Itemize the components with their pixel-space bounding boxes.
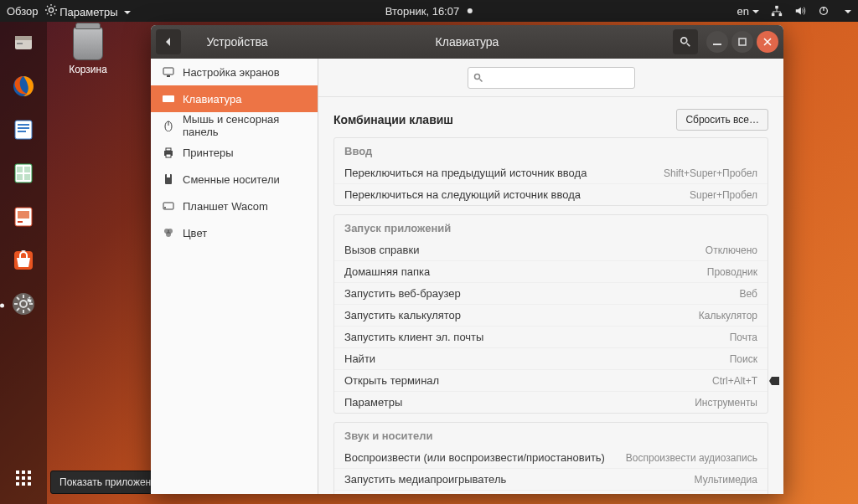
sidebar-item-label: Мышь и сенсорная панель	[183, 113, 306, 138]
svg-rect-15	[24, 167, 30, 172]
activities-button[interactable]: Обзор	[7, 5, 39, 18]
shortcut-search-input[interactable]	[488, 72, 629, 84]
shortcut-label: Открыть терминал	[344, 374, 439, 387]
shortcut-row[interactable]: Вызов справкиОтключено	[334, 239, 768, 260]
reset-all-button[interactable]: Сбросить все…	[676, 109, 768, 131]
maximize-button[interactable]	[731, 31, 753, 53]
shortcut-label: Вызов справки	[344, 244, 419, 256]
calc-launcher[interactable]	[6, 157, 41, 193]
svg-rect-9	[15, 121, 32, 139]
shortcut-row[interactable]: НайтиПоиск	[334, 347, 768, 369]
shortcut-row[interactable]: Воспроизвести (или воспроизвести/приоста…	[334, 447, 768, 468]
power-icon[interactable]	[818, 5, 830, 17]
printer-icon	[163, 147, 174, 158]
shortcut-value: Поиск	[730, 353, 757, 365]
sidebar-item-display[interactable]: Настройка экранов	[151, 59, 318, 85]
shortcut-row[interactable]: Домашняя папкаПроводник	[334, 260, 768, 282]
volume-icon[interactable]	[794, 5, 806, 17]
shortcut-label: Переключиться на следующий источник ввод…	[344, 188, 581, 201]
app-menu[interactable]: Параметры	[45, 4, 132, 18]
sidebar-item-color[interactable]: Цвет	[151, 219, 318, 246]
system-menu-chevron-icon[interactable]	[841, 5, 851, 18]
shortcuts-scroll[interactable]: ВводПереключиться на предыдущий источник…	[318, 137, 783, 494]
settings-window: Устройства Клавиатура Настройка экрановК…	[151, 25, 783, 494]
network-icon[interactable]	[771, 5, 783, 17]
svg-rect-19	[18, 211, 29, 219]
svg-rect-36	[166, 148, 171, 151]
shortcut-label: Воспроизвести (или воспроизвести/приоста…	[344, 451, 605, 464]
svg-rect-25	[713, 44, 721, 45]
firefox-launcher[interactable]	[6, 70, 41, 105]
shortcuts-heading: Комбинации клавиш	[333, 113, 453, 126]
shortcut-value: Воспроизвести аудиозапись	[626, 452, 757, 464]
color-icon	[163, 227, 174, 239]
trash-label: Корзина	[69, 64, 107, 75]
shortcut-value: Shift+Super+Пробел	[664, 167, 757, 179]
group-heading: Звук и носители	[334, 423, 768, 447]
display-icon	[163, 66, 174, 78]
svg-rect-3	[779, 13, 783, 17]
shortcut-row[interactable]: ПараметрыИнструменты	[334, 391, 768, 413]
gear-icon	[45, 4, 57, 16]
shortcut-value: Калькулятор	[699, 310, 757, 321]
sidebar-item-tablet[interactable]: Планшет Wacom	[151, 193, 318, 219]
main-panel: Комбинации клавиш Сбросить все… ВводПере…	[318, 59, 783, 494]
desktop-trash[interactable]: Корзина	[63, 27, 113, 75]
page-title: Клавиатура	[436, 35, 499, 49]
tablet-icon	[163, 200, 174, 212]
shortcut-row[interactable]: Запустить клиент эл. почтыПочта	[334, 326, 768, 347]
dock	[0, 22, 47, 504]
shortcut-row[interactable]: Открыть терминалCtrl+Alt+T	[334, 369, 768, 391]
shortcut-row[interactable]: Переключиться на предыдущий источник вво…	[334, 162, 768, 183]
svg-point-24	[681, 38, 687, 44]
keyboard-icon	[163, 93, 174, 105]
title-bar[interactable]: Устройства Клавиатура	[151, 25, 783, 59]
back-button[interactable]	[156, 29, 181, 54]
input-source-indicator[interactable]: en	[737, 5, 759, 18]
svg-rect-28	[167, 75, 170, 77]
svg-point-45	[474, 74, 479, 79]
minimize-button[interactable]	[706, 31, 728, 53]
shortcut-value: Мультимедиа	[695, 474, 757, 486]
software-launcher[interactable]	[6, 244, 41, 280]
sidebar-item-printer[interactable]: Принтеры	[151, 139, 318, 166]
shortcut-row[interactable]: Запустить калькуляторКалькулятор	[334, 304, 768, 326]
shortcut-value: Ctrl+Alt+T	[712, 375, 757, 387]
files-launcher[interactable]	[6, 27, 41, 62]
close-button[interactable]	[757, 31, 778, 53]
search-button[interactable]	[673, 29, 698, 54]
clock[interactable]: Вторник, 16:07	[385, 5, 473, 18]
sidebar-item-label: Настройка экранов	[183, 66, 280, 79]
svg-rect-31	[167, 97, 168, 99]
shortcut-value: Проводник	[707, 266, 757, 278]
svg-rect-37	[166, 154, 171, 157]
sidebar-item-keyboard[interactable]: Клавиатура	[151, 85, 318, 112]
shortcut-row[interactable]: Запустить веб-браузерВеб	[334, 282, 768, 304]
shortcut-row[interactable]: Переключиться на следующий источник ввод…	[334, 183, 768, 205]
sidebar-item-label: Сменные носители	[183, 173, 280, 186]
svg-rect-27	[163, 68, 173, 75]
sidebar-item-mouse[interactable]: Мышь и сенсорная панель	[151, 112, 318, 139]
svg-rect-32	[169, 97, 171, 99]
svg-rect-12	[18, 131, 26, 132]
search-icon	[473, 73, 483, 83]
trash-icon	[73, 27, 103, 60]
svg-rect-10	[18, 124, 29, 126]
sidebar-item-label: Планшет Wacom	[183, 200, 268, 213]
sidebar-item-removable[interactable]: Сменные носители	[151, 166, 318, 193]
firefox-icon	[11, 74, 36, 102]
svg-rect-26	[739, 39, 746, 45]
shortcut-search-field[interactable]	[468, 67, 635, 89]
shortcut-row[interactable]: ИзвлечьИзвлечь	[334, 490, 768, 494]
app-menu-label: Параметры	[59, 6, 117, 18]
shortcut-row[interactable]: Запустить медиапроигрывательМультимедиа	[334, 468, 768, 490]
settings-icon	[11, 291, 36, 320]
svg-rect-30	[164, 97, 166, 99]
settings-launcher[interactable]	[6, 288, 41, 323]
svg-rect-1	[775, 6, 778, 9]
sidebar: Настройка экрановКлавиатураМышь и сенсор…	[151, 59, 318, 494]
shortcut-value: Super+Пробел	[690, 189, 757, 201]
writer-launcher[interactable]	[6, 114, 41, 149]
show-applications-button[interactable]	[6, 460, 41, 496]
impress-launcher[interactable]	[6, 201, 41, 236]
